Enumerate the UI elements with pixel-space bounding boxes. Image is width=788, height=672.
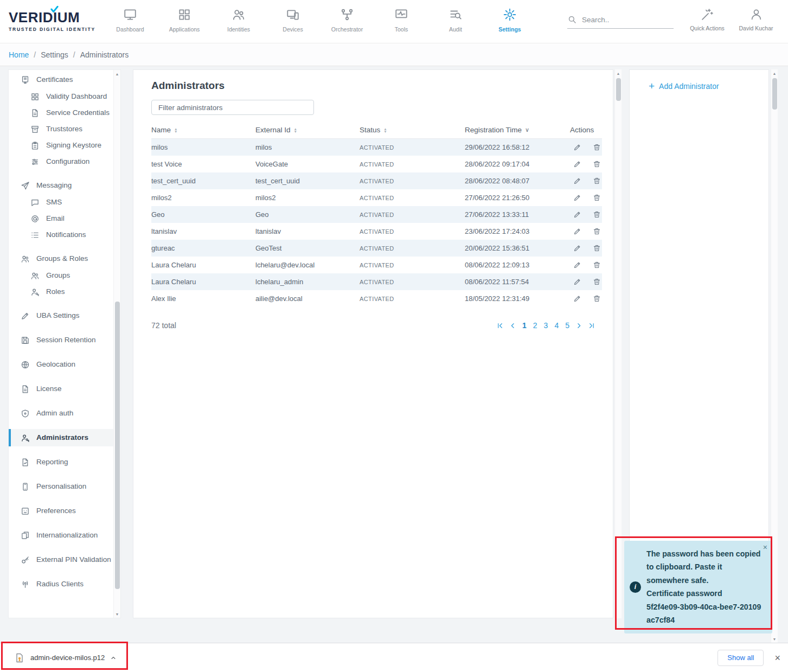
sidebar-item-external-pin-validation[interactable]: External PIN Validation — [9, 551, 120, 568]
veridium-logo[interactable]: VERIDIUM TRUSTED DIGITAL IDENTITY — [9, 9, 95, 32]
sidebar-item-signing-keystore[interactable]: Signing Keystore — [9, 137, 120, 153]
delete-button[interactable] — [593, 295, 601, 303]
column-header-name[interactable]: Name▲▼ — [151, 126, 255, 134]
table-row[interactable]: test VoiceVoiceGateACTIVATED28/06/2022 0… — [151, 156, 602, 172]
breadcrumb-settings[interactable]: Settings — [41, 50, 68, 59]
table-row[interactable]: milos2milos2ACTIVATED27/06/2022 21:26:50 — [151, 189, 602, 206]
column-header-status[interactable]: Status▲▼ — [360, 126, 465, 134]
nav-item-audit[interactable]: Audit — [428, 5, 483, 33]
edit-button[interactable] — [573, 278, 581, 286]
sidebar-item-uba-settings[interactable]: UBA Settings — [9, 307, 120, 324]
page-button-2[interactable]: 2 — [533, 321, 537, 330]
page-button-5[interactable]: 5 — [565, 321, 569, 330]
breadcrumb-home[interactable]: Home — [9, 50, 29, 59]
sidebar-item-preferences[interactable]: Preferences — [9, 502, 120, 520]
sidebar-item-administrators[interactable]: Administrators — [9, 429, 120, 446]
sidebar-item-notifications[interactable]: Notifications — [9, 227, 120, 243]
delete-button[interactable] — [593, 278, 601, 286]
table-row[interactable]: gtureacGeoTestACTIVATED20/06/2022 15:36:… — [151, 240, 602, 257]
sidebar-item-sms[interactable]: SMS — [9, 194, 120, 210]
edit-button[interactable] — [573, 244, 581, 252]
sidebar-item-personalisation[interactable]: Personalisation — [9, 478, 120, 495]
chevron-up-icon[interactable] — [110, 655, 117, 661]
scroll-down-icon[interactable]: ▼ — [114, 610, 120, 618]
scroll-up-icon[interactable]: ▲ — [615, 69, 622, 77]
page-button-4[interactable]: 4 — [554, 321, 559, 330]
table-row[interactable]: test_cert_uuidtest_cert_uuidACTIVATED28/… — [151, 172, 602, 189]
page-button-3[interactable]: 3 — [544, 321, 548, 330]
sidebar-item-reporting[interactable]: Reporting — [9, 453, 120, 471]
last-page-button[interactable] — [588, 322, 595, 329]
nav-item-identities[interactable]: Identities — [212, 5, 266, 33]
download-item[interactable]: admin-device-milos.p12 — [9, 648, 122, 668]
nav-item-orchestrator[interactable]: Orchestrator — [320, 5, 374, 33]
sidebar-item-session-retention[interactable]: Session Retention — [9, 331, 120, 349]
table-row[interactable]: milosmilosACTIVATED29/06/2022 16:58:12 — [151, 139, 602, 156]
sidebar-item-configuration[interactable]: Configuration — [9, 153, 120, 170]
edit-button[interactable] — [573, 295, 581, 303]
sidebar-item-radius-clients[interactable]: Radius Clients — [9, 575, 120, 593]
scroll-up-icon[interactable]: ▲ — [114, 70, 120, 78]
scrollbar-thumb[interactable] — [115, 302, 120, 589]
sidebar-item-geolocation[interactable]: Geolocation — [9, 356, 120, 373]
delete-button[interactable] — [593, 177, 601, 185]
sidebar-item-certificates[interactable]: Certificates — [9, 71, 120, 88]
column-header-external-id[interactable]: External Id▲▼ — [255, 126, 360, 134]
delete-button[interactable] — [593, 194, 601, 202]
edit-button[interactable] — [573, 194, 581, 202]
sidebar-item-groups[interactable]: Groups — [9, 267, 120, 284]
edit-button[interactable] — [573, 143, 581, 151]
toast-close-icon[interactable]: × — [763, 543, 767, 552]
scroll-up-icon[interactable]: ▲ — [771, 69, 778, 77]
nav-item-devices[interactable]: Devices — [266, 5, 320, 33]
sidebar-item-license[interactable]: License — [9, 380, 120, 398]
show-all-button[interactable]: Show all — [717, 650, 764, 666]
filter-administrators-input[interactable] — [151, 100, 314, 115]
delete-button[interactable] — [593, 227, 601, 235]
user-menu[interactable]: David Kuchar — [732, 5, 780, 31]
sidebar-item-messaging[interactable]: Messaging — [9, 177, 120, 194]
quick-actions-button[interactable]: Quick Actions — [684, 5, 730, 31]
first-page-button[interactable] — [496, 322, 503, 329]
add-administrator-button[interactable]: + Add Administrator — [649, 82, 768, 91]
pencil-icon — [573, 210, 581, 219]
sidebar-item-internationalization[interactable]: Internationalization — [9, 527, 120, 544]
delete-button[interactable] — [593, 210, 601, 219]
sidebar-item-email[interactable]: Email — [9, 210, 120, 227]
scrollbar-thumb[interactable] — [772, 78, 777, 110]
table-row[interactable]: GeoGeoACTIVATED27/06/2022 13:33:11 — [151, 206, 602, 223]
page-button-1[interactable]: 1 — [522, 321, 527, 330]
edit-button[interactable] — [573, 210, 581, 219]
nav-item-applications[interactable]: Applications — [157, 5, 212, 33]
sidebar-item-roles[interactable]: Roles — [9, 284, 120, 300]
table-row[interactable]: Laura Chelarulchelaru_adminACTIVATED08/0… — [151, 273, 602, 290]
sidebar-item-truststores[interactable]: Truststores — [9, 121, 120, 137]
table-row[interactable]: ltanislavltanislavACTIVATED23/06/2022 17… — [151, 223, 602, 240]
edit-button[interactable] — [573, 160, 581, 168]
nav-item-tools[interactable]: Tools — [374, 5, 428, 33]
nav-item-settings[interactable]: Settings — [483, 5, 537, 33]
edit-button[interactable] — [573, 177, 581, 185]
main-scrollbar[interactable]: ▲ — [614, 69, 622, 618]
edit-button[interactable] — [573, 261, 581, 269]
delete-button[interactable] — [593, 143, 601, 151]
search-input[interactable] — [582, 16, 663, 24]
scroll-down-icon[interactable]: ▼ — [771, 635, 778, 643]
delete-button[interactable] — [593, 261, 601, 269]
next-page-button[interactable] — [575, 322, 582, 329]
scrollbar-thumb[interactable] — [616, 78, 621, 101]
previous-page-button[interactable] — [509, 322, 516, 329]
column-header-registration-time[interactable]: Registration Time∨ — [465, 126, 570, 134]
delete-button[interactable] — [593, 160, 601, 168]
sidebar-scrollbar[interactable]: ▲ ▼ — [113, 70, 120, 618]
table-row[interactable]: Alex Ilieailie@dev.localACTIVATED18/05/2… — [151, 290, 602, 307]
sidebar-item-service-credentials[interactable]: Service Credentials — [9, 105, 120, 121]
nav-item-dashboard[interactable]: Dashboard — [103, 5, 157, 33]
table-row[interactable]: Laura Chelarulchelaru@dev.localACTIVATED… — [151, 257, 602, 273]
edit-button[interactable] — [573, 227, 581, 235]
sidebar-item-validity-dashboard[interactable]: Validity Dashboard — [9, 88, 120, 105]
sidebar-item-groups-roles[interactable]: Groups & Roles — [9, 250, 120, 267]
delete-button[interactable] — [593, 244, 601, 252]
download-bar-close-icon[interactable]: × — [774, 653, 780, 663]
sidebar-item-admin-auth[interactable]: Admin auth — [9, 405, 120, 422]
